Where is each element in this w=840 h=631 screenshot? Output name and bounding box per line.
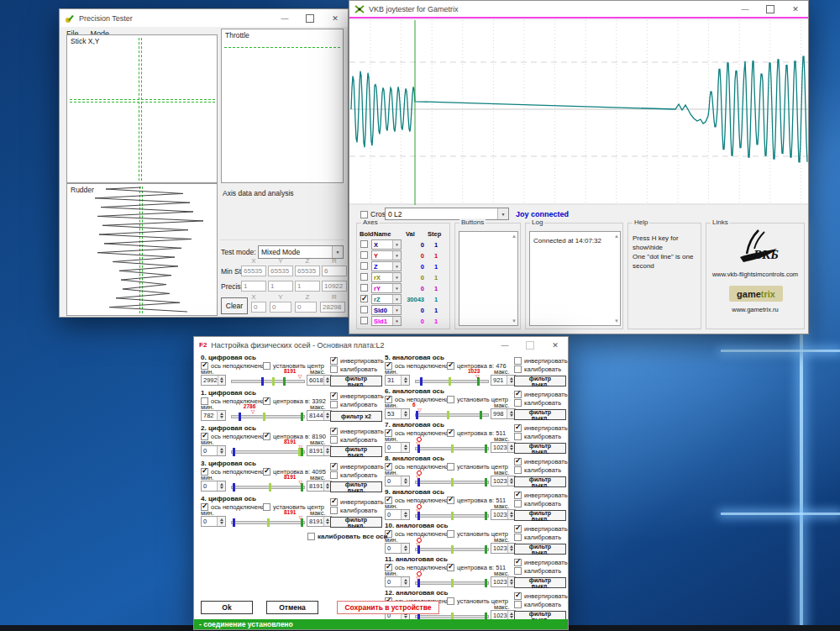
- min-spinner[interactable]: 0: [201, 481, 226, 492]
- invert-checkbox[interactable]: инвертировать: [330, 392, 384, 400]
- filter-button[interactable]: фильтр выкл.: [330, 481, 382, 492]
- calibrate-checkbox[interactable]: калибровать: [330, 436, 377, 444]
- calibrate-checkbox[interactable]: калибровать: [514, 433, 561, 440]
- spinner-arrows[interactable]: [401, 510, 409, 519]
- axis-slider[interactable]: ▽: [415, 615, 489, 618]
- filter-button[interactable]: фильтр выкл.: [514, 577, 566, 588]
- bold-checkbox[interactable]: [360, 262, 368, 270]
- calibrate-checkbox[interactable]: калибровать: [514, 466, 561, 474]
- filter-button[interactable]: фильтр x2: [330, 411, 382, 422]
- minimize-icon[interactable]: —: [272, 9, 297, 27]
- minimize-icon[interactable]: —: [492, 337, 517, 353]
- axis-slider[interactable]: ▽8191: [231, 380, 305, 383]
- calibrate-all-checkbox[interactable]: калибровать все оси: [307, 533, 387, 540]
- bold-checkbox[interactable]: [360, 240, 368, 248]
- buttons-list[interactable]: ▲ ▼: [459, 231, 518, 326]
- axis-name-select[interactable]: rY▼: [371, 283, 402, 293]
- device-select[interactable]: 0 L2 ▼: [385, 208, 509, 220]
- joytester-titlebar[interactable]: VKB joytester for Gametrix — ✕: [349, 1, 808, 18]
- calibrate-checkbox[interactable]: калибровать: [514, 601, 561, 608]
- maximize-icon[interactable]: [517, 337, 543, 353]
- bold-checkbox[interactable]: [360, 273, 368, 281]
- max-spinner[interactable]: 998: [491, 408, 516, 419]
- spinner-arrows[interactable]: [217, 446, 225, 455]
- filter-button[interactable]: фильтр выкл.: [514, 409, 566, 420]
- precision-titlebar[interactable]: Precision Tester — ✕: [60, 9, 348, 27]
- calibrate-checkbox[interactable]: калибровать: [514, 365, 561, 373]
- maximize-icon[interactable]: [297, 9, 323, 27]
- calibrate-checkbox[interactable]: калибровать: [330, 401, 377, 408]
- gametrix-logo[interactable]: gametrix: [729, 286, 783, 302]
- filter-button[interactable]: фильтр выкл.: [514, 544, 566, 555]
- invert-checkbox[interactable]: инвертировать: [514, 525, 568, 533]
- filter-button[interactable]: фильтр выкл.: [514, 443, 566, 454]
- calibrate-checkbox[interactable]: калибровать: [514, 500, 561, 507]
- bold-checkbox[interactable]: [360, 284, 368, 292]
- invert-checkbox[interactable]: инвертировать: [330, 428, 384, 435]
- dropdown-arrow-icon[interactable]: ▼: [392, 262, 401, 271]
- invert-checkbox[interactable]: инвертировать: [514, 492, 568, 499]
- spinner-arrows[interactable]: [218, 376, 225, 385]
- clear-button[interactable]: Clear: [221, 297, 248, 314]
- min-spinner[interactable]: 0: [385, 442, 410, 453]
- bold-checkbox[interactable]: [360, 306, 368, 313]
- invert-checkbox[interactable]: инвертировать: [514, 357, 568, 365]
- filter-button[interactable]: фильтр выкл.: [514, 376, 566, 386]
- max-spinner[interactable]: 1023: [491, 476, 516, 486]
- max-spinner[interactable]: 1023: [491, 442, 516, 453]
- spinner-arrows[interactable]: [401, 577, 409, 586]
- spinner-arrows[interactable]: [401, 376, 409, 385]
- min-spinner[interactable]: 31: [385, 375, 410, 386]
- axis-name-select[interactable]: rX▼: [371, 272, 402, 282]
- axis-setup-titlebar[interactable]: F2 Настройка физических осей - Основная …: [194, 337, 568, 353]
- save-to-device-button[interactable]: Сохранить в устройстве: [337, 601, 439, 614]
- max-spinner[interactable]: 8191: [307, 445, 332, 456]
- calibrate-checkbox[interactable]: калибровать: [330, 507, 377, 514]
- spinner-arrows[interactable]: [217, 481, 225, 491]
- ok-button[interactable]: Ok: [201, 601, 253, 614]
- axis-slider[interactable]: ▽: [415, 481, 489, 484]
- max-spinner[interactable]: 8191: [307, 481, 332, 492]
- min-spinner[interactable]: 782: [201, 410, 226, 421]
- filter-button[interactable]: фильтр выкл.: [330, 376, 382, 386]
- axis-name-select[interactable]: Sld1▼: [371, 316, 402, 326]
- min-spinner[interactable]: 0: [385, 576, 410, 587]
- dropdown-arrow-icon[interactable]: ▼: [392, 284, 401, 292]
- close-icon[interactable]: ✕: [323, 9, 348, 27]
- invert-checkbox[interactable]: инвертировать: [514, 559, 568, 566]
- dropdown-arrow-icon[interactable]: ▼: [392, 240, 401, 249]
- spinner-arrows[interactable]: [401, 443, 409, 452]
- scroll-down-icon[interactable]: ▼: [512, 318, 517, 323]
- scroll-up-icon[interactable]: ▲: [512, 234, 517, 239]
- max-spinner[interactable]: 921: [491, 375, 516, 386]
- maximize-icon[interactable]: [758, 1, 783, 17]
- axis-slider[interactable]: ▽8191: [231, 450, 305, 454]
- min-spinner[interactable]: 0: [201, 516, 226, 527]
- invert-checkbox[interactable]: инвертировать: [330, 463, 384, 471]
- axis-slider[interactable]: ▽1023: [415, 380, 489, 383]
- dropdown-arrow-icon[interactable]: ▼: [497, 208, 508, 219]
- invert-checkbox[interactable]: инвертировать: [514, 424, 568, 432]
- invert-checkbox[interactable]: инвертировать: [514, 391, 568, 398]
- bold-checkbox[interactable]: [360, 295, 368, 302]
- filter-button[interactable]: фильтр выкл.: [330, 517, 382, 528]
- axis-name-select[interactable]: Sld0▼: [371, 305, 402, 315]
- axis-slider[interactable]: ▽: [415, 581, 489, 585]
- max-spinner[interactable]: 1023: [491, 543, 516, 554]
- scroll-down-icon[interactable]: ▼: [614, 318, 619, 323]
- axis-slider[interactable]: ▽: [415, 447, 489, 450]
- calibrate-checkbox[interactable]: калибровать: [514, 399, 561, 407]
- min-spinner[interactable]: 0: [385, 476, 410, 486]
- calibrate-checkbox[interactable]: калибровать: [514, 567, 561, 575]
- scroll-up-icon[interactable]: ▲: [614, 234, 619, 239]
- dropdown-arrow-icon[interactable]: ▼: [392, 317, 401, 325]
- max-spinner[interactable]: 1023: [491, 576, 516, 587]
- dropdown-arrow-icon[interactable]: ▼: [392, 273, 401, 281]
- spinner-arrows[interactable]: [401, 409, 409, 418]
- vkb-link[interactable]: www.vkb-flightsimcontrols.com: [706, 271, 804, 278]
- calibrate-checkbox[interactable]: калибровать: [330, 471, 377, 479]
- gametrix-link[interactable]: www.gametrix.ru: [706, 306, 804, 313]
- close-icon[interactable]: ✕: [783, 1, 808, 17]
- invert-checkbox[interactable]: инвертировать: [514, 592, 568, 600]
- min-spinner[interactable]: 53: [385, 408, 410, 419]
